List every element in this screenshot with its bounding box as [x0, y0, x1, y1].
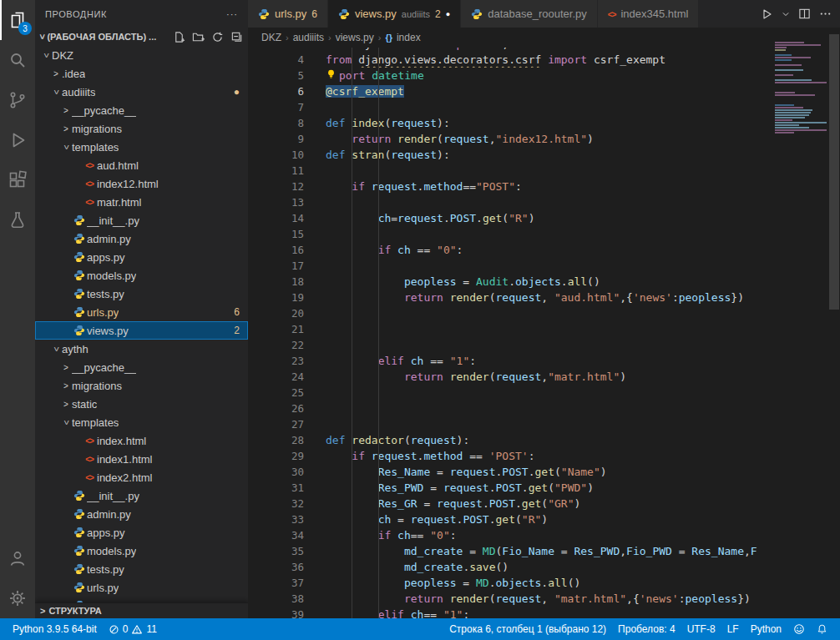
- code-editor[interactable]: 3from aythh.models import MD,Audit4from …: [248, 48, 828, 618]
- tree-item-templates[interactable]: ˃templates: [35, 413, 248, 431]
- split-editor-icon[interactable]: [798, 8, 811, 20]
- tab-views.py[interactable]: views.pyaudiiits2●: [328, 0, 461, 28]
- line-number[interactable]: 17: [248, 258, 326, 274]
- run-dropdown-icon[interactable]: [782, 10, 790, 18]
- activity-item-account[interactable]: [0, 538, 35, 578]
- code-line[interactable]: 31 Res_PWD = request.POST.get("PWD"): [248, 480, 828, 496]
- tree-item-aud.html[interactable]: <>aud.html: [35, 156, 248, 174]
- code-line[interactable]: 9 return render(request,"index12.html"): [248, 131, 828, 147]
- notifications-bell-icon[interactable]: [811, 618, 833, 640]
- line-number[interactable]: 37: [248, 575, 326, 591]
- tree-item-__init__.py[interactable]: __init__.py: [35, 486, 248, 505]
- code-line[interactable]: 36 md_create.save(): [248, 559, 828, 575]
- line-number[interactable]: 15: [248, 226, 326, 242]
- tree-item-apps.py[interactable]: apps.py: [35, 523, 248, 542]
- code-line[interactable]: 26: [248, 401, 828, 416]
- code-line[interactable]: 20: [248, 305, 828, 321]
- code-line[interactable]: 32 Res_GR = request.POST.get("GR"): [248, 496, 828, 511]
- refresh-icon[interactable]: [211, 31, 224, 43]
- tree-item-tests.py[interactable]: tests.py: [35, 560, 248, 578]
- line-number[interactable]: 25: [248, 385, 326, 401]
- code-line[interactable]: 7: [248, 99, 828, 115]
- code-line[interactable]: 10def stran(request):: [248, 147, 828, 163]
- code-line[interactable]: 5port datetime: [248, 68, 828, 83]
- line-number[interactable]: 33: [248, 511, 326, 527]
- code-line[interactable]: 6@csrf_exempt: [248, 83, 828, 99]
- line-number[interactable]: 5: [248, 68, 326, 83]
- code-line[interactable]: 23 elif ch == "1":: [248, 353, 828, 369]
- tree-item-audiiits[interactable]: ˃audiiits●: [35, 83, 248, 101]
- line-number[interactable]: 10: [248, 147, 326, 163]
- run-python-file-button[interactable]: [760, 8, 773, 21]
- code-line[interactable]: 30 Res_Name = request.POST.get("Name"): [248, 464, 828, 480]
- code-line[interactable]: 34 if ch== "0":: [248, 527, 828, 543]
- tree-item-models.py[interactable]: models.py: [35, 266, 248, 285]
- tree-item-views.py[interactable]: views.py2: [35, 321, 248, 340]
- line-number[interactable]: 34: [248, 527, 326, 543]
- line-number[interactable]: 32: [248, 496, 326, 511]
- more-actions-icon[interactable]: [819, 8, 832, 20]
- code-line[interactable]: 28def redactor(request):: [248, 432, 828, 448]
- code-line[interactable]: 18 peopless = Audit.objects.all(): [248, 274, 828, 290]
- tree-item-aythh[interactable]: ˃aythh: [35, 340, 248, 358]
- tree-item-index1.html[interactable]: <>index1.html: [35, 450, 248, 468]
- code-line[interactable]: 14 ch=request.POST.get("R"): [248, 210, 828, 226]
- tab-database_roouter.py[interactable]: database_roouter.py: [461, 0, 598, 28]
- line-number[interactable]: 14: [248, 210, 326, 226]
- code-line[interactable]: 27: [248, 416, 828, 432]
- tree-item-index2.html[interactable]: <>index2.html: [35, 468, 248, 486]
- tree-item-__pycache__[interactable]: ˃__pycache__: [35, 358, 248, 376]
- line-number[interactable]: 38: [248, 591, 326, 607]
- line-number[interactable]: 24: [248, 369, 326, 385]
- dirty-indicator[interactable]: ●: [446, 10, 450, 18]
- tree-item-urls.py[interactable]: urls.py6: [35, 303, 248, 321]
- tree-item-admin.py[interactable]: admin.py: [35, 229, 248, 248]
- code-line[interactable]: 15: [248, 226, 828, 242]
- tree-item-views.py[interactable]: views.py: [35, 597, 248, 602]
- line-number[interactable]: 22: [248, 337, 326, 353]
- code-line[interactable]: 22: [248, 337, 828, 353]
- line-number[interactable]: 31: [248, 480, 326, 496]
- code-line[interactable]: 39 elif ch== "1":: [248, 607, 828, 618]
- code-line[interactable]: 25: [248, 385, 828, 401]
- code-line[interactable]: 24 return render(request,"matr.html"): [248, 369, 828, 385]
- tree-item-admin.py[interactable]: admin.py: [35, 505, 248, 523]
- activity-item-search[interactable]: [0, 40, 35, 80]
- activity-item-settings[interactable]: [0, 578, 35, 618]
- tree-item-matr.html[interactable]: <>matr.html: [35, 193, 248, 211]
- tree-item-index.html[interactable]: <>index.html: [35, 431, 248, 450]
- activity-item-explorer[interactable]: 3: [0, 0, 35, 40]
- new-file-icon[interactable]: [173, 31, 185, 43]
- line-number[interactable]: 9: [248, 131, 326, 147]
- activity-item-source-control[interactable]: [0, 80, 35, 120]
- line-number[interactable]: 4: [248, 52, 326, 68]
- line-number[interactable]: 35: [248, 543, 326, 559]
- tree-item-tests.py[interactable]: tests.py: [35, 285, 248, 303]
- outline-section-header[interactable]: ˃ СТРУКТУРА: [35, 602, 248, 618]
- code-line[interactable]: 16 if ch == "0":: [248, 242, 828, 258]
- breadcrumb-item[interactable]: audiiits: [293, 32, 324, 43]
- line-number[interactable]: 28: [248, 432, 326, 448]
- line-number[interactable]: 30: [248, 464, 326, 480]
- workspace-section-header[interactable]: ˃ (РАБОЧАЯ ОБЛАСТЬ) ...: [35, 28, 248, 46]
- tree-item-migrations[interactable]: ˃migrations: [35, 119, 248, 138]
- line-number[interactable]: 12: [248, 179, 326, 194]
- minimap[interactable]: [775, 42, 828, 618]
- tree-item-DKZ[interactable]: ˃DKZ: [35, 46, 248, 64]
- code-line[interactable]: 37 peopless = MD.objects.all(): [248, 575, 828, 591]
- collapse-all-icon[interactable]: [230, 31, 243, 43]
- tree-item-__init__.py[interactable]: __init__.py: [35, 211, 248, 229]
- breadcrumb-item[interactable]: index: [397, 32, 421, 43]
- line-number[interactable]: 6: [248, 83, 326, 99]
- eol-item[interactable]: LF: [721, 618, 745, 640]
- tree-item-index12.html[interactable]: <>index12.html: [35, 174, 248, 193]
- activity-item-extensions[interactable]: [0, 160, 35, 200]
- line-number[interactable]: 29: [248, 448, 326, 464]
- tree-item-models.py[interactable]: models.py: [35, 542, 248, 560]
- code-line[interactable]: 8def index(request):: [248, 115, 828, 131]
- code-line[interactable]: 38 return render(request, "matr.html",{'…: [248, 591, 828, 607]
- indentation-item[interactable]: Пробелов: 4: [612, 618, 681, 640]
- activity-item-testing[interactable]: [0, 200, 35, 240]
- tree-item-static[interactable]: ˃static: [35, 395, 248, 413]
- line-number[interactable]: 16: [248, 242, 326, 258]
